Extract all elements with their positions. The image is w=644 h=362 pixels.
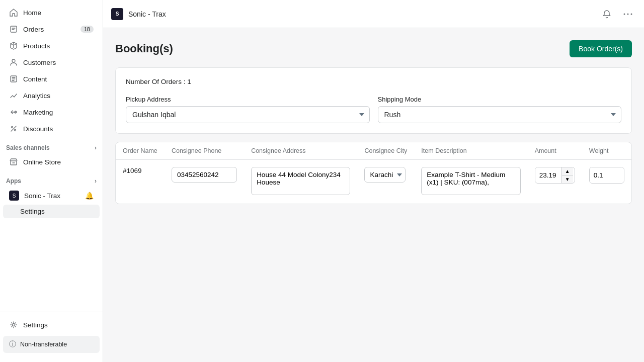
sidebar-item-analytics[interactable]: Analytics: [3, 87, 100, 104]
weight-input-group: [589, 167, 624, 184]
store-icon: [9, 157, 18, 166]
orders-table-card: Order Name Consignee Phone Consignee Add…: [115, 142, 632, 204]
pickup-label: Pickup Address: [126, 96, 370, 103]
col-weight: Weight: [582, 142, 631, 160]
sidebar-item-home[interactable]: Home: [3, 5, 100, 21]
sidebar-item-app-settings[interactable]: Settings: [3, 205, 100, 218]
bell-icon: 🔔: [85, 192, 94, 200]
table-header-row: Order Name Consignee Phone Consignee Add…: [116, 142, 631, 160]
svg-point-9: [627, 13, 629, 15]
svg-point-10: [631, 13, 632, 15]
page-header: Booking(s) Book Order(s): [115, 40, 632, 57]
description-input[interactable]: Example T-Shirt - Medium (x1) | SKU: (00…: [421, 167, 520, 195]
table-row: #1069 House 44 Model Colony234 Houese Ka…: [116, 160, 631, 204]
info-icon: ⓘ: [9, 340, 16, 349]
table-scroll: Order Name Consignee Phone Consignee Add…: [116, 142, 631, 204]
main-content: Booking(s) Book Order(s) Number Of Order…: [103, 28, 644, 362]
shipping-label: Shipping Mode: [378, 96, 622, 103]
svg-point-4: [12, 127, 13, 128]
gear-icon: [9, 320, 18, 329]
notification-bell-button[interactable]: [599, 6, 615, 22]
pickup-address-select[interactable]: Gulshan Iqbal: [126, 106, 370, 123]
orders-table: Order Name Consignee Phone Consignee Add…: [116, 142, 631, 204]
discounts-icon: [9, 124, 18, 133]
sidebar-item-label: Settings: [20, 208, 45, 215]
col-consignee-city: Consignee City: [357, 142, 414, 160]
page-title: Booking(s): [115, 42, 173, 55]
sidebar-item-label: Marketing: [23, 109, 53, 116]
sidebar-item-marketing[interactable]: Marketing: [3, 104, 100, 120]
weight-input[interactable]: [590, 167, 624, 183]
sidebar-item-discounts[interactable]: Discounts: [3, 121, 100, 137]
orders-badge: 18: [80, 26, 94, 33]
sidebar-item-label: Products: [23, 42, 50, 50]
sidebar-item-label: Discounts: [23, 125, 53, 133]
sidebar-item-settings[interactable]: Settings: [3, 317, 100, 333]
more-options-button[interactable]: [620, 6, 636, 22]
sidebar: Home Orders 18 Products Customers: [0, 0, 103, 362]
topbar: S Sonic - Trax: [103, 0, 644, 28]
svg-rect-0: [11, 26, 17, 32]
orders-icon: [9, 25, 18, 34]
home-icon: [9, 8, 18, 17]
description-cell: Example T-Shirt - Medium (x1) | SKU: (00…: [414, 160, 527, 204]
amount-spinners: ▲ ▼: [561, 167, 573, 183]
amount-cell: ▲ ▼: [528, 160, 582, 204]
sidebar-item-label: Analytics: [23, 92, 50, 100]
amount-up-button[interactable]: ▲: [562, 167, 573, 175]
content-icon: [9, 74, 18, 83]
chevron-right-icon: ›: [95, 177, 97, 185]
main-area: S Sonic - Trax Booking(s) Book Order(s) …: [103, 0, 644, 362]
sidebar-item-online-store[interactable]: Online Store: [3, 154, 100, 170]
col-amount: Amount: [528, 142, 582, 160]
sidebar-item-label: Orders: [23, 26, 44, 33]
sidebar-item-content[interactable]: Content: [3, 71, 100, 87]
phone-cell: [165, 160, 244, 204]
app-name-label: Sonic - Trax: [24, 192, 60, 200]
non-transferable-banner: ⓘ Non-transferable: [3, 336, 100, 353]
sales-channels-label: Sales channels: [6, 144, 50, 151]
col-consignee-address: Consignee Address: [244, 142, 357, 160]
address-input[interactable]: House 44 Model Colony234 Houese: [251, 167, 350, 195]
apps-header: Apps ›: [0, 170, 103, 187]
phone-input[interactable]: [172, 167, 237, 183]
svg-point-1: [12, 59, 15, 62]
table-body: #1069 House 44 Model Colony234 Houese Ka…: [116, 160, 631, 204]
city-cell: Karachi: [357, 160, 414, 204]
sidebar-item-label: Online Store: [23, 158, 61, 166]
sidebar-item-customers[interactable]: Customers: [3, 54, 100, 70]
topbar-title: Sonic - Trax: [128, 10, 166, 18]
pickup-address-group: Pickup Address Gulshan Iqbal: [126, 96, 370, 123]
shipping-mode-select[interactable]: Rush: [378, 106, 622, 123]
non-transferable-label: Non-transferable: [20, 341, 67, 348]
chevron-right-icon: ›: [95, 144, 97, 151]
book-order-button[interactable]: Book Order(s): [570, 40, 632, 57]
form-row: Pickup Address Gulshan Iqbal Shipping Mo…: [126, 96, 621, 123]
amount-input[interactable]: [535, 167, 561, 183]
sidebar-item-products[interactable]: Products: [3, 38, 100, 54]
sidebar-item-orders[interactable]: Orders 18: [3, 21, 100, 37]
svg-point-5: [15, 130, 16, 131]
amount-input-group: ▲ ▼: [535, 167, 575, 184]
table-head: Order Name Consignee Phone Consignee Add…: [116, 142, 631, 160]
sidebar-item-label: Settings: [23, 321, 48, 329]
sidebar-item-label: Home: [23, 9, 41, 17]
topbar-logo-text: S: [116, 11, 119, 17]
analytics-icon: [9, 91, 18, 100]
weight-cell: [582, 160, 631, 204]
apps-label: Apps: [6, 177, 21, 185]
amount-down-button[interactable]: ▼: [562, 175, 573, 183]
topbar-logo: S: [111, 8, 123, 20]
sidebar-item-label: Customers: [23, 59, 56, 66]
shipping-mode-group: Shipping Mode Rush: [378, 96, 622, 123]
sidebar-nav: Home Orders 18 Products Customers: [0, 0, 103, 312]
products-icon: [9, 41, 18, 50]
marketing-icon: [9, 108, 18, 117]
sidebar-app-sonic-trax[interactable]: S Sonic - Trax 🔔: [3, 187, 100, 204]
sidebar-item-label: Content: [23, 75, 47, 83]
booking-form-card: Number Of Orders : 1 Pickup Address Guls…: [115, 67, 632, 134]
city-select[interactable]: Karachi: [364, 167, 406, 183]
orders-count-label: Number Of Orders : 1: [126, 78, 621, 85]
col-consignee-phone: Consignee Phone: [165, 142, 244, 160]
svg-point-7: [13, 324, 15, 326]
